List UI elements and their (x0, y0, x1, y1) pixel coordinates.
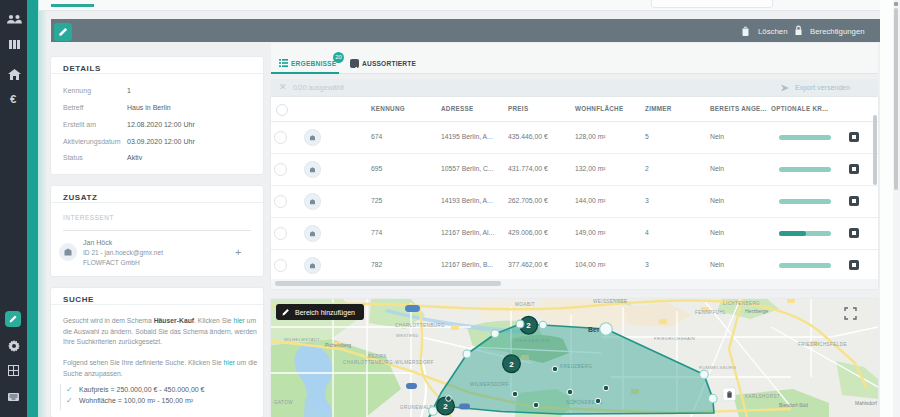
svg-text:Herzberge: Herzberge (745, 308, 769, 314)
svg-text:Pichelsberg: Pichelsberg (325, 342, 351, 348)
svg-text:WILHELMSTADT: WILHELMSTADT (284, 337, 320, 342)
svg-text:MOABIT: MOABIT (515, 302, 535, 307)
svg-text:FENNPFUHL: FENNPFUHL (695, 310, 726, 315)
svg-text:Biesdorf-Süd: Biesdorf-Süd (779, 402, 808, 408)
svg-text:BEZIRK: BEZIRK (368, 354, 388, 359)
svg-text:WEISSENSEE: WEISSENSEE (593, 299, 627, 304)
svg-text:KARLSHORST: KARLSHORST (745, 394, 780, 399)
svg-text:WESTEND: WESTEND (396, 333, 419, 338)
svg-text:FRIEDRICHSFELDE: FRIEDRICHSFELDE (798, 342, 847, 347)
svg-text:CHARLOTTENBURG-WILMERSDORF: CHARLOTTENBURG-WILMERSDORF (343, 360, 434, 365)
svg-text:RUMMELSBURG: RUMMELSBURG (699, 365, 736, 370)
svg-text:2: 2 (509, 360, 514, 369)
svg-text:GATOW: GATOW (274, 400, 293, 405)
svg-text:FRIEDRICHSHAIN: FRIEDRICHSHAIN (654, 336, 695, 341)
svg-text:Mahlsdorf: Mahlsdorf (855, 400, 878, 406)
svg-text:Bereich hinzufügen: Bereich hinzufügen (295, 309, 355, 317)
svg-text:LICHTENBERG: LICHTENBERG (723, 301, 760, 306)
svg-text:2: 2 (443, 402, 448, 411)
svg-text:2: 2 (526, 321, 531, 330)
svg-text:CHARLOTTENBURG: CHARLOTTENBURG (395, 323, 445, 328)
